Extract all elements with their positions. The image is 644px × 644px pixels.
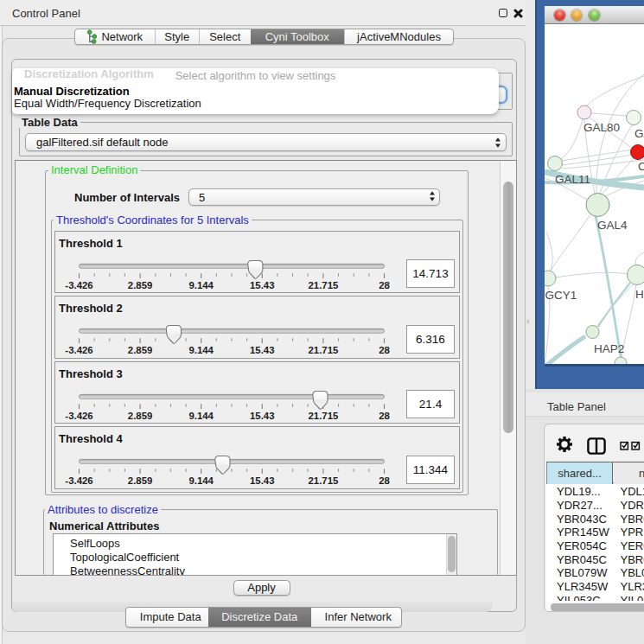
svg-text:2.859: 2.859 <box>127 280 152 290</box>
svg-text:28: 28 <box>379 345 390 355</box>
svg-text:GAL80: GAL80 <box>583 121 620 134</box>
svg-text:15.43: 15.43 <box>250 280 275 290</box>
svg-text:-3.426: -3.426 <box>65 411 92 421</box>
svg-text:GA: GA <box>634 127 644 140</box>
svg-text:15.43: 15.43 <box>250 345 275 355</box>
svg-text:9.144: 9.144 <box>188 411 214 421</box>
svg-text:9.144: 9.144 <box>188 280 214 290</box>
svg-text:28: 28 <box>379 280 390 290</box>
svg-text:21.715: 21.715 <box>308 345 339 355</box>
svg-text:-3.426: -3.426 <box>65 345 92 355</box>
svg-text:15.43: 15.43 <box>250 475 275 486</box>
svg-text:2.859: 2.859 <box>127 411 152 421</box>
svg-text:-3.426: -3.426 <box>65 475 92 486</box>
svg-text:C: C <box>638 160 644 173</box>
svg-text:28: 28 <box>379 475 390 486</box>
svg-text:GCY1: GCY1 <box>545 289 577 302</box>
svg-text:2.859: 2.859 <box>127 345 152 355</box>
svg-text:HAP2: HAP2 <box>594 342 624 355</box>
svg-text:28: 28 <box>379 411 390 421</box>
svg-text:15.43: 15.43 <box>250 411 275 421</box>
svg-text:21.715: 21.715 <box>308 280 339 290</box>
svg-text:GAL11: GAL11 <box>555 173 590 186</box>
svg-text:9.144: 9.144 <box>188 475 214 486</box>
svg-text:21.715: 21.715 <box>308 411 339 421</box>
svg-text:-3.426: -3.426 <box>65 280 92 290</box>
svg-text:H: H <box>635 288 644 301</box>
svg-text:GAL4: GAL4 <box>597 219 628 232</box>
svg-text:21.715: 21.715 <box>308 475 339 486</box>
svg-text:2.859: 2.859 <box>127 475 152 486</box>
svg-text:9.144: 9.144 <box>188 345 214 355</box>
